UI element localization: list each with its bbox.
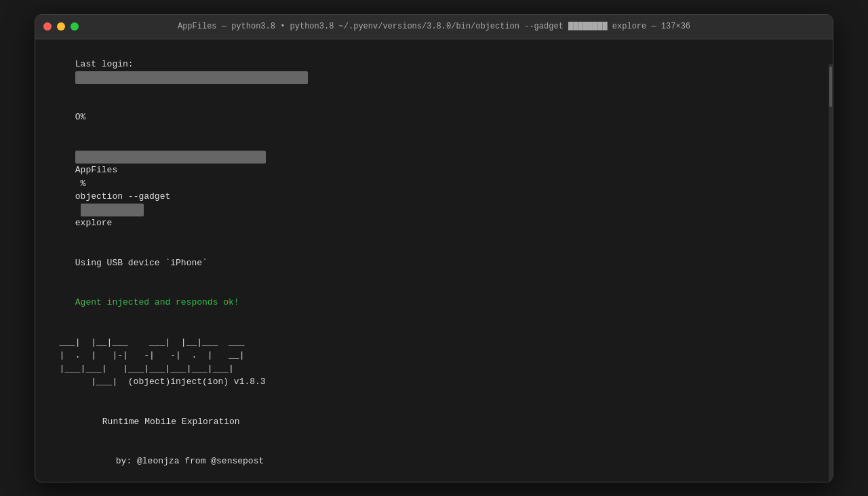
prompt-icon: O% [75,112,86,122]
ascii-line-4: |___| (object)inject(ion) v1.8.3 [43,375,825,389]
empty-line-2 [43,389,825,402]
scrollbar-thumb[interactable] [829,66,832,107]
ascii-line-3: |___|___| |___|___|___|___|___| [43,362,825,376]
redacted-path [75,152,266,162]
scrollbar[interactable] [829,64,833,482]
runtime-text: Runtime Mobile Exploration [102,417,240,427]
last-login-value [75,71,308,85]
prompt-symbol: % [75,178,91,189]
ascii-line-2: | . | |-| -| -| . | __| [43,349,825,362]
minimize-button[interactable] [57,22,65,31]
command-end: explore [75,218,113,228]
close-button[interactable] [43,22,52,31]
prompt-path: AppFiles [75,165,117,175]
command-text: objection --gadget [75,191,170,202]
command-line: AppFiles % objection --gadget explore [43,137,825,243]
maximize-button[interactable] [71,22,79,31]
ascii-art: ___| |__|___ ___| |__|___ ___ | . | |-| … [43,336,825,389]
prompt-icon-line: O% [43,98,825,138]
titlebar: AppFiles — python3.8 • python3.8 ~/.pyen… [35,15,833,39]
empty-line-1 [43,322,825,336]
last-login-label: Last login: [75,59,134,69]
by-line: by: @leonjza from @sensepost [43,442,825,482]
usb-device-text: Using USB device `iPhone` [75,258,208,268]
gadget-value [75,205,149,215]
usb-device-line: Using USB device `iPhone` [43,243,825,283]
runtime-line: Runtime Mobile Exploration [43,402,825,442]
titlebar-title: AppFiles — python3.8 • python3.8 ~/.pyen… [178,22,690,31]
agent-injected-line: Agent injected and responds ok! [43,283,825,323]
terminal-body[interactable]: Last login: O% AppFiles % objection --ga… [35,39,833,482]
by-text: by: @leonjza from @sensepost [116,456,264,466]
empty-line-3 [43,481,825,482]
last-login-line: Last login: [43,45,825,98]
agent-injected-text: Agent injected and responds ok! [75,297,239,307]
ascii-line-1: ___| |__|___ ___| |__|___ ___ [43,336,825,349]
terminal-window: AppFiles — python3.8 • python3.8 ~/.pyen… [35,14,833,482]
